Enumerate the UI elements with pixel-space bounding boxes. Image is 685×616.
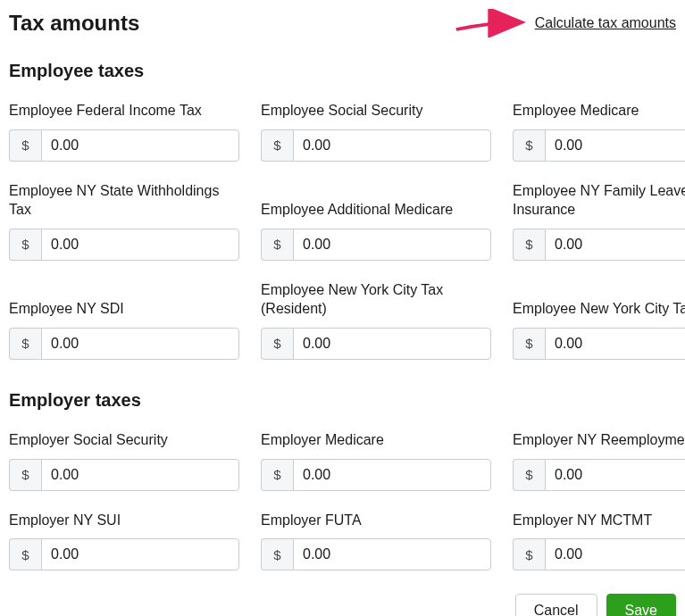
tax-field: Employer FUTA$ xyxy=(261,511,491,571)
tax-field: Employee New York City Tax$ xyxy=(513,299,685,360)
tax-field: Employee NY State Withholdings Tax$ xyxy=(9,181,239,261)
field-label: Employer Medicare xyxy=(261,430,491,450)
currency-symbol: $ xyxy=(9,538,41,570)
input-group: $ xyxy=(9,129,239,162)
employer-ny-mctmt-input[interactable] xyxy=(545,538,685,570)
tax-field: Employee Federal Income Tax$ xyxy=(9,101,239,162)
currency-symbol: $ xyxy=(513,229,545,261)
input-group: $ xyxy=(513,538,685,570)
currency-symbol: $ xyxy=(261,229,293,261)
field-label: Employee NY State Withholdings Tax xyxy=(9,181,239,220)
field-label: Employee Social Security xyxy=(261,101,491,121)
input-group: $ xyxy=(513,129,685,162)
currency-symbol: $ xyxy=(513,538,545,570)
field-label: Employer FUTA xyxy=(261,511,491,530)
tax-field: Employee Social Security$ xyxy=(261,101,491,162)
currency-symbol: $ xyxy=(261,129,293,162)
currency-symbol: $ xyxy=(261,459,293,491)
employer-taxes-heading: Employer taxes xyxy=(9,390,676,411)
currency-symbol: $ xyxy=(9,459,41,491)
employer-social-security-input[interactable] xyxy=(41,459,239,491)
calculate-tax-amounts-link[interactable]: Calculate tax amounts xyxy=(535,15,676,31)
employee-additional-medicare-input[interactable] xyxy=(293,229,491,261)
field-label: Employee New York City Tax (Resident) xyxy=(261,280,491,319)
tax-field: Employee Additional Medicare$ xyxy=(261,200,491,261)
employer-ny-reemployment-input[interactable] xyxy=(545,459,685,491)
currency-symbol: $ xyxy=(513,129,545,162)
tax-field: Employer Social Security$ xyxy=(9,430,239,491)
employer-ny-sui-input[interactable] xyxy=(41,538,239,570)
currency-symbol: $ xyxy=(261,538,293,570)
input-group: $ xyxy=(9,459,239,491)
currency-symbol: $ xyxy=(9,129,41,162)
field-label: Employer NY Reemployment xyxy=(513,430,685,450)
employee-taxes-heading: Employee taxes xyxy=(9,61,676,81)
tax-field: Employee Medicare$ xyxy=(513,101,685,162)
field-label: Employee New York City Tax xyxy=(513,299,685,319)
field-label: Employer NY SUI xyxy=(9,511,239,530)
employee-nyc-tax-resident-input[interactable] xyxy=(293,328,491,360)
employee-ny-state-withholdings-input[interactable] xyxy=(41,229,239,261)
employer-futa-input[interactable] xyxy=(293,538,491,570)
employer-medicare-input[interactable] xyxy=(293,459,491,491)
tax-field: Employee New York City Tax (Resident)$ xyxy=(261,280,491,360)
field-label: Employer NY MCTMT xyxy=(513,511,685,530)
tax-field: Employer NY SUI$ xyxy=(9,511,239,571)
currency-symbol: $ xyxy=(513,328,545,360)
field-label: Employee Medicare xyxy=(513,101,685,121)
tax-field: Employee NY SDI$ xyxy=(9,299,239,360)
employee-ny-family-leave-insurance-input[interactable] xyxy=(545,229,685,261)
employee-federal-income-tax-input[interactable] xyxy=(41,129,239,162)
input-group: $ xyxy=(513,459,685,491)
field-label: Employee NY Family Leave Insurance xyxy=(513,181,685,220)
input-group: $ xyxy=(261,459,491,491)
field-label: Employer Social Security xyxy=(9,430,239,450)
employee-social-security-input[interactable] xyxy=(293,129,491,162)
page-title: Tax amounts xyxy=(9,11,139,36)
tax-field: Employer NY Reemployment$ xyxy=(513,430,685,491)
input-group: $ xyxy=(261,129,491,162)
input-group: $ xyxy=(261,538,491,570)
field-label: Employee Additional Medicare xyxy=(261,200,491,220)
cancel-button[interactable]: Cancel xyxy=(515,594,597,616)
currency-symbol: $ xyxy=(261,328,293,360)
currency-symbol: $ xyxy=(9,229,41,261)
currency-symbol: $ xyxy=(513,459,545,491)
employee-ny-sdi-input[interactable] xyxy=(41,328,239,360)
employee-medicare-input[interactable] xyxy=(545,129,685,162)
field-label: Employee Federal Income Tax xyxy=(9,101,239,121)
input-group: $ xyxy=(261,328,491,360)
input-group: $ xyxy=(261,229,491,261)
arrow-icon xyxy=(455,9,526,37)
tax-field: Employer Medicare$ xyxy=(261,430,491,491)
save-button[interactable]: Save xyxy=(606,594,676,616)
input-group: $ xyxy=(9,229,239,261)
input-group: $ xyxy=(9,328,239,360)
tax-field: Employee NY Family Leave Insurance$ xyxy=(513,181,685,261)
input-group: $ xyxy=(9,538,239,570)
employee-nyc-tax-input[interactable] xyxy=(545,328,685,360)
currency-symbol: $ xyxy=(9,328,41,360)
input-group: $ xyxy=(513,229,685,261)
tax-field: Employer NY MCTMT$ xyxy=(513,511,685,571)
field-label: Employee NY SDI xyxy=(9,299,239,319)
input-group: $ xyxy=(513,328,685,360)
